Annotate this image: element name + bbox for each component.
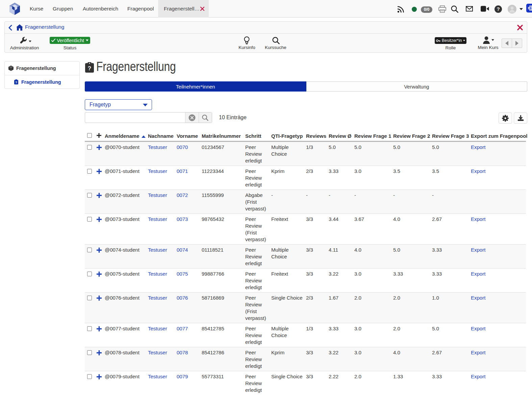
svg-text:?: ? — [15, 81, 17, 84]
svg-text:?: ? — [88, 65, 91, 72]
